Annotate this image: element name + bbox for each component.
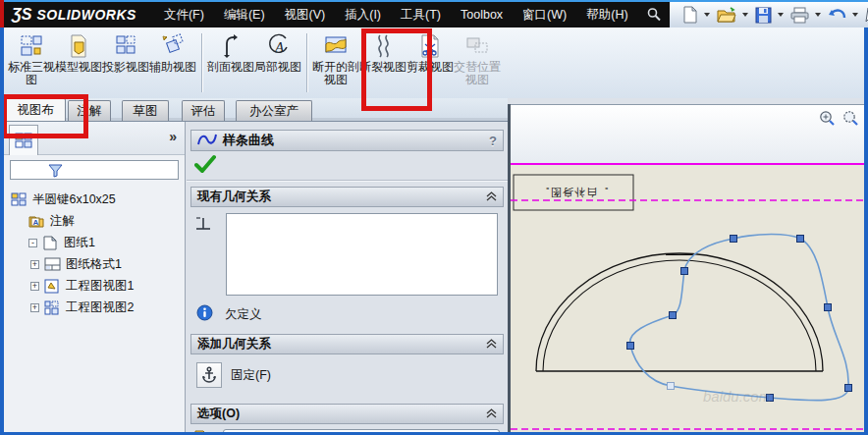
- spline-control-point[interactable]: [845, 385, 852, 392]
- menu-bar: ƷS SOLIDWORKS 文件(F) 编辑(E) 视图(V) 插入(I) 工具…: [0, 2, 868, 27]
- help-icon[interactable]: ?: [489, 134, 497, 148]
- spline-control-point[interactable]: [627, 343, 634, 350]
- ribbon-button-model-view[interactable]: 模型视图: [55, 31, 102, 74]
- section-label: 现有几何关系: [197, 189, 271, 205]
- tree-expander-expand[interactable]: +: [30, 260, 39, 269]
- search-icon[interactable]: [638, 2, 670, 27]
- svg-text:A: A: [274, 39, 285, 55]
- tree-item-drawing-view2[interactable]: + 工程图视图2: [4, 297, 185, 318]
- highlight-box-view-layout-tab: [2, 94, 88, 138]
- property-manager-panel: 样条曲线 ? 现有几何关系 欠: [187, 122, 508, 432]
- property-manager-title-bar: 样条曲线 ?: [190, 130, 504, 151]
- spline-control-point[interactable]: [681, 268, 688, 275]
- open-icon[interactable]: [715, 4, 738, 26]
- ribbon-button-label: 辅助视图: [149, 61, 196, 74]
- info-icon: [196, 304, 213, 324]
- ribbon-button-label: 局部视图: [254, 61, 301, 74]
- spline-icon: [197, 133, 217, 149]
- tree-expander-expand[interactable]: +: [30, 303, 39, 312]
- ribbon-button-section-view[interactable]: 剖面视图: [207, 31, 254, 74]
- ribbon-toolbar: 标准三视图 模型视图 投影视图 辅助视图 剖面视图: [0, 27, 868, 98]
- ribbon-button-label: 剖面视图: [207, 61, 254, 74]
- new-document-caret[interactable]: [704, 13, 710, 17]
- tree-expander-expand[interactable]: +: [30, 282, 39, 291]
- projected-view-icon: [102, 33, 149, 61]
- panel-expand-chevrons[interactable]: »: [169, 129, 177, 144]
- tree-item-label: 图纸1: [64, 235, 95, 251]
- svg-text:A: A: [33, 218, 39, 227]
- menu-items: 文件(F) 编辑(E) 视图(V) 插入(I) 工具(T) Toolbox 窗口…: [154, 2, 638, 27]
- menu-tools[interactable]: 工具(T): [391, 7, 451, 24]
- tree-item-label: 图纸格式1: [66, 256, 122, 273]
- save-caret[interactable]: [778, 13, 784, 17]
- existing-relations-content: 欠定义: [190, 207, 504, 328]
- solidworks-logo: ƷS SOLIDWORKS: [0, 2, 136, 27]
- zoom-area-icon[interactable]: [842, 110, 859, 131]
- tree-filter-box[interactable]: [10, 160, 179, 180]
- tree-expander-collapse[interactable]: -: [28, 239, 37, 247]
- ribbon-separator: [201, 33, 202, 92]
- broken-out-section-icon: [312, 33, 359, 61]
- ribbon-button-detail-view[interactable]: A 局部视图: [254, 31, 301, 74]
- relations-listbox[interactable]: [226, 213, 498, 296]
- ribbon-button-alternate-position-view[interactable]: 交替位置视图: [454, 31, 501, 86]
- ribbon-button-standard-three-views[interactable]: 标准三视图: [8, 31, 55, 86]
- print-caret[interactable]: [815, 13, 821, 17]
- menu-window[interactable]: 窗口(W): [513, 7, 576, 24]
- menu-file[interactable]: 文件(F): [154, 7, 214, 24]
- sheet-format-icon: [44, 257, 61, 272]
- menu-toolbox[interactable]: Toolbox: [451, 8, 513, 22]
- tree-item-drawing-view1[interactable]: + 工程图视图1: [4, 275, 185, 297]
- ok-check-icon[interactable]: [194, 154, 216, 178]
- zoom-fit-icon[interactable]: [819, 110, 836, 131]
- spline-control-point[interactable]: [670, 312, 677, 319]
- ribbon-button-broken-out-section[interactable]: 断开的剖视图: [312, 31, 359, 86]
- ribbon-button-label: 断开的剖视图: [312, 61, 359, 86]
- spline-control-point[interactable]: [731, 236, 737, 243]
- fixed-relation-button[interactable]: [196, 362, 222, 388]
- undo-icon[interactable]: [826, 4, 848, 26]
- section-options[interactable]: 选项(O): [190, 404, 504, 424]
- menu-help[interactable]: 帮助(H): [576, 7, 637, 24]
- spline-control-point[interactable]: [825, 304, 832, 311]
- ribbon-button-label: 交替位置视图: [454, 61, 501, 86]
- menu-insert[interactable]: 插入(I): [335, 7, 391, 24]
- drawing-document-icon: [11, 192, 27, 207]
- tree-item-drawing-root[interactable]: 半圆键6x10x25: [4, 189, 185, 210]
- ribbon-button-projected-view[interactable]: 投影视图: [102, 31, 149, 74]
- auxiliary-view-icon: [149, 33, 196, 61]
- ribbon-button-auxiliary-view[interactable]: 辅助视图: [149, 31, 196, 74]
- standard-three-views-icon: [8, 33, 55, 61]
- solidworks-window: ƷS SOLIDWORKS 文件(F) 编辑(E) 视图(V) 插入(I) 工具…: [0, 0, 868, 435]
- spline-curve[interactable]: [630, 235, 849, 401]
- menu-view[interactable]: 视图(V): [275, 7, 336, 24]
- sheet-icon: [42, 236, 59, 250]
- spline-control-point-selected[interactable]: [668, 383, 675, 390]
- filter-funnel-icon: [48, 163, 63, 182]
- window-border-top: [0, 0, 868, 2]
- tree-item-label: 工程图视图1: [66, 278, 134, 295]
- print-icon[interactable]: [788, 4, 811, 26]
- save-icon[interactable]: [753, 4, 774, 26]
- collapse-chevron-icon: [486, 190, 497, 204]
- select-icon[interactable]: [863, 4, 868, 26]
- graphics-area[interactable]: 。白补身图。 baidu.com: [511, 104, 864, 432]
- anchor-icon: [200, 366, 218, 384]
- tab-evaluate[interactable]: 评估: [182, 100, 225, 121]
- ribbon-button-label: 投影视图: [102, 61, 149, 74]
- open-caret[interactable]: [742, 13, 748, 17]
- tab-sketch[interactable]: 草图: [122, 100, 169, 121]
- tab-office-products[interactable]: 办公室产品: [236, 100, 312, 121]
- new-document-icon[interactable]: [679, 4, 700, 26]
- spline-control-point[interactable]: [797, 236, 804, 243]
- section-add-relations[interactable]: 添加几何关系: [190, 334, 504, 354]
- half-round-key-view[interactable]: [536, 253, 823, 371]
- undo-caret[interactable]: [852, 13, 858, 17]
- tree-item-sheet1[interactable]: - 图纸1: [4, 232, 185, 253]
- section-existing-relations[interactable]: 现有几何关系: [190, 187, 504, 207]
- menu-edit[interactable]: 编辑(E): [214, 7, 275, 24]
- title-block-rotated-text: 。白补身图。: [524, 185, 623, 199]
- tree-item-annotations[interactable]: A 注解: [4, 210, 185, 232]
- highlight-box-crop-view: [361, 28, 432, 111]
- tree-item-sheet-format1[interactable]: + 图纸格式1: [4, 253, 185, 275]
